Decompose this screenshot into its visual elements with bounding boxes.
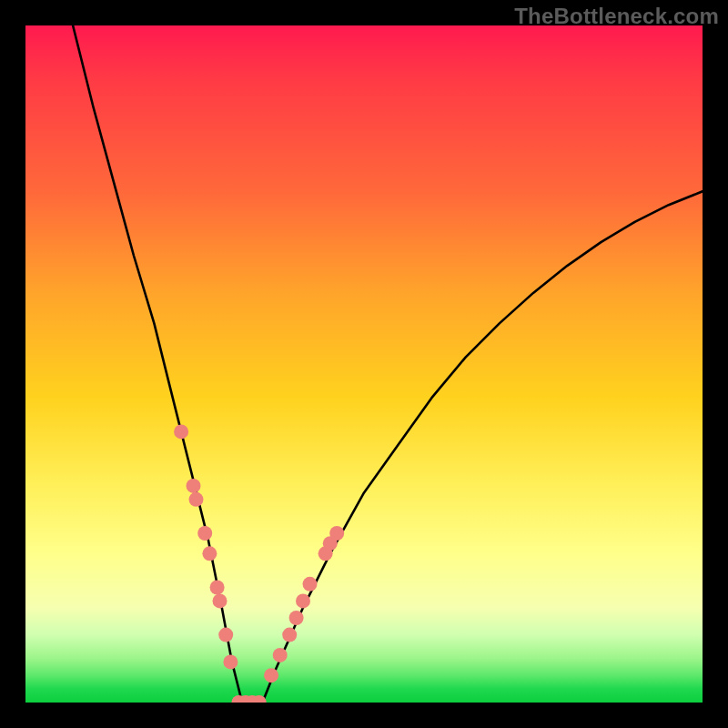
highlight-dot	[303, 577, 318, 592]
highlight-dot	[218, 628, 233, 642]
highlight-dot	[273, 648, 288, 662]
highlight-dot	[282, 628, 297, 642]
highlight-dot	[202, 546, 217, 561]
highlight-dot	[264, 668, 278, 682]
highlight-dots-group	[174, 424, 344, 703]
highlight-dot	[329, 526, 344, 541]
highlight-dot	[197, 526, 212, 541]
highlight-dot	[296, 593, 310, 608]
plot-area	[25, 25, 703, 703]
chart-frame: TheBottleneck.com	[0, 0, 728, 728]
highlight-dot	[189, 492, 204, 507]
highlight-dot	[223, 654, 238, 669]
highlight-dot	[289, 611, 304, 625]
highlight-dot	[187, 479, 201, 493]
curve-svg	[25, 25, 703, 703]
highlight-dot	[213, 593, 228, 608]
bottleneck-curve	[73, 25, 703, 703]
highlight-dot	[210, 581, 225, 595]
highlight-dot	[174, 424, 188, 439]
